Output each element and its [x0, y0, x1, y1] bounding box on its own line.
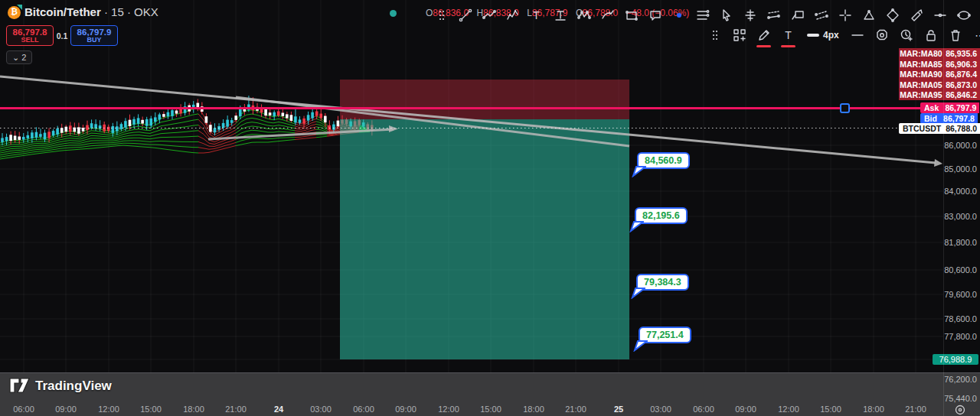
candle-body [175, 111, 178, 114]
risk-box[interactable] [340, 80, 629, 119]
rectangle-icon[interactable] [621, 5, 642, 25]
lock-icon[interactable] [921, 25, 942, 45]
polyline-icon[interactable] [479, 5, 499, 25]
pencil-icon[interactable] [753, 25, 774, 45]
candle-body [277, 112, 280, 116]
time-tick-label: 12:00 [438, 405, 459, 414]
chart-canvas[interactable] [0, 0, 943, 401]
axis-settings-icon[interactable] [954, 404, 966, 416]
drawing-settings-toolbar: T 4px ⋯ [704, 25, 980, 45]
sell-label: SELL [7, 37, 53, 44]
drag-handle-icon[interactable] [431, 5, 452, 25]
trend-line-icon[interactable] [455, 5, 475, 25]
triangle-pattern-icon[interactable] [858, 5, 879, 25]
ma-value: 86,873.0 [943, 80, 980, 90]
candle-body [307, 115, 310, 120]
candle-body [286, 114, 289, 118]
ray-icon[interactable] [929, 5, 950, 25]
cross-line-icon[interactable] [835, 5, 855, 25]
candle-body [77, 127, 80, 133]
ma-ribbon-line [236, 118, 295, 126]
price-callout[interactable]: 79,384.3 [636, 274, 689, 291]
text-icon[interactable]: T [526, 5, 547, 25]
callout-tail [631, 165, 646, 177]
candle-body [112, 126, 115, 133]
ma-ribbon-line [198, 146, 236, 154]
layout-add-icon[interactable] [729, 25, 750, 45]
symbol-title[interactable]: Bitcoin/Tether · 15 · OKX [24, 5, 158, 18]
comment-icon[interactable] [645, 5, 665, 25]
time-tick-label: 18:00 [863, 405, 884, 414]
horizontal-rays-icon[interactable] [692, 5, 713, 25]
rotated-rectangle-icon[interactable] [882, 5, 903, 25]
elliott-wave-icon[interactable] [502, 5, 523, 25]
price-callout[interactable]: 77,251.4 [639, 327, 691, 343]
price-callout[interactable]: 82,195.6 [635, 207, 688, 224]
ma-value: 86,876.4 [943, 69, 980, 80]
candle-body [22, 137, 25, 140]
interval-exchange[interactable]: · 15 · OKX [101, 5, 158, 18]
reward-box[interactable] [340, 119, 629, 359]
candle-body [332, 125, 335, 130]
ma-value: 86,846.2 [943, 89, 980, 100]
candle-body [234, 115, 237, 120]
candle-body [239, 109, 242, 116]
indicators-collapse-chip[interactable]: ⌄ 2 [6, 50, 32, 64]
trash-icon[interactable] [946, 25, 966, 45]
anchored-vwap-icon[interactable] [763, 5, 784, 25]
sell-button[interactable]: 86,797.8 SELL [6, 25, 54, 46]
watermark-text: TradingView [35, 379, 112, 394]
candle-body [337, 121, 340, 127]
ma-ribbon-line [236, 140, 295, 146]
alert-timer-icon[interactable] [897, 25, 917, 45]
drag-handle-icon[interactable] [704, 25, 725, 45]
drawing-anchor-handle[interactable] [840, 103, 850, 113]
ma-ribbon-line [316, 136, 327, 137]
ask-tag: Ask [920, 102, 942, 113]
candle-body [205, 116, 208, 123]
anchored-text-icon[interactable] [550, 5, 570, 25]
tradingview-watermark: TradingView [9, 378, 112, 395]
price-note-icon[interactable] [787, 5, 808, 25]
buy-button[interactable]: 86,797.9 BUY [70, 25, 118, 46]
price-tick-label: 77,800.0 [923, 332, 977, 341]
price-tick-label: 75,440.0 [923, 394, 977, 403]
candle-body [328, 125, 332, 130]
tradingview-app: ₿ Bitcoin/Tether · 15 · OKX O86,836.0 H8… [0, 0, 980, 416]
cursor-icon[interactable] [716, 5, 737, 25]
horizontal-line-icon[interactable] [848, 25, 868, 45]
candle-body [171, 110, 174, 116]
candle-body [319, 114, 322, 119]
parallel-channel-icon[interactable] [811, 5, 831, 25]
level-price-label: 76,988.9 [933, 354, 978, 365]
candle-body [214, 128, 217, 132]
candle-body [47, 132, 51, 138]
symbol-logo[interactable]: ₿ [8, 6, 21, 19]
ma-value-row: MAR:MA9586,846.2 [899, 89, 980, 100]
time-tick-label: 03:00 [310, 405, 332, 414]
candle-body [269, 112, 272, 115]
candle-body [282, 113, 285, 116]
volume-profile-icon[interactable] [740, 5, 760, 25]
market-status-dot [390, 10, 397, 17]
target-icon[interactable] [872, 25, 893, 45]
line-width-preview [807, 34, 819, 37]
candle-body [145, 119, 149, 126]
forecast-icon[interactable] [597, 5, 618, 25]
candle-body [116, 126, 119, 131]
price-callout[interactable]: 84,560.9 [637, 152, 690, 169]
ma-value: 86,935.6 [943, 48, 980, 59]
candle-body [31, 132, 34, 138]
ellipse-icon[interactable] [953, 5, 974, 25]
xabcd-pattern-icon[interactable] [573, 5, 594, 25]
brush-icon[interactable] [906, 5, 926, 25]
candle-body [141, 120, 144, 124]
text-style-icon[interactable]: T [778, 25, 799, 45]
candle-body [69, 125, 72, 132]
time-tick-label: 06:00 [13, 405, 34, 414]
price-tick-label: 79,600.0 [923, 290, 977, 299]
line-width-selector[interactable]: 4px [802, 30, 844, 41]
candle-body [52, 131, 55, 135]
more-options-icon[interactable]: ⋯ [970, 25, 980, 45]
symbol-name[interactable]: Bitcoin/Tether [24, 5, 101, 18]
